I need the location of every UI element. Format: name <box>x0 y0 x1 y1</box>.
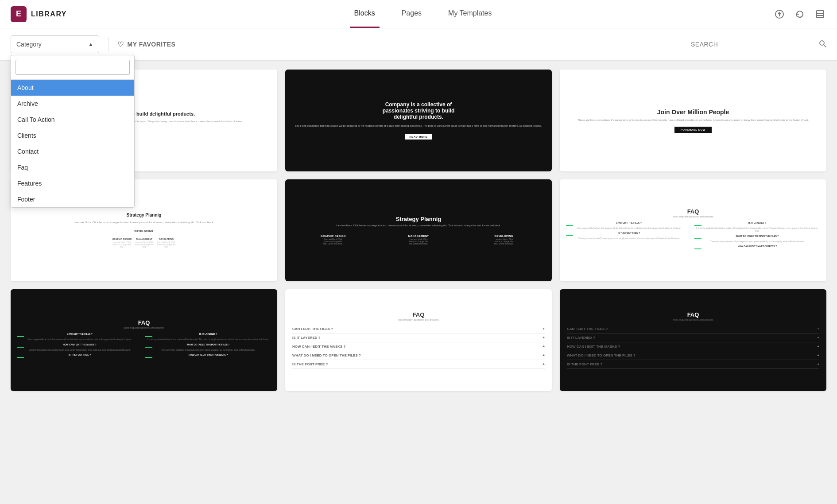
dropdown-panel: About Archive Call To Action Clients Con… <box>11 55 135 208</box>
strategy-col-dev: DEVELOPING I am text block. Clickbutton … <box>463 235 545 245</box>
strategy-dark-title: Strategy Plannig <box>396 216 442 222</box>
dropdown-item-faq[interactable]: Faq <box>11 159 134 175</box>
card-about-dark[interactable]: Company is a collective ofpassionates st… <box>285 70 552 171</box>
strategy-dark-cols: GRAPHIC DESIGN I am text block. Clickbut… <box>292 235 545 245</box>
card-faq-dark[interactable]: FAQ Most frequent questions and answers … <box>11 289 277 391</box>
dropdown-item-contact[interactable]: Contact <box>11 143 134 159</box>
acc-arrow-4: + <box>542 353 545 357</box>
logo-area: E LIBRARY <box>11 6 108 22</box>
card-join[interactable]: Join Over Million People These are fonts… <box>560 70 826 171</box>
faq-dark-a1: It is a long established fact that a rea… <box>17 338 143 341</box>
svg-point-5 <box>820 41 824 45</box>
card-faq-accordion-light[interactable]: FAQ Most frequent questions and answers … <box>285 289 552 391</box>
faq-accordion-light-preview: FAQ Most frequent questions and answers … <box>285 289 552 391</box>
faq-q4: WHAT DO I NEED TO OPEN THE FILES ? <box>694 235 820 237</box>
tab-pages[interactable]: Pages <box>397 0 426 28</box>
join-purchase-btn[interactable]: PURCHASE NOW <box>674 127 712 133</box>
faq-white-preview: FAQ Most frequent questions and answers … <box>560 179 826 281</box>
svg-line-6 <box>824 45 826 47</box>
dropdown-arrow-icon: ▲ <box>88 41 93 47</box>
faq-acc-dark-subtitle: Most frequent questions and answers <box>673 318 713 321</box>
acc-item-1: CAN I EDIT THE FILES ? + <box>292 325 545 333</box>
acc-item-2: IS IT LAYERED ? + <box>292 333 545 342</box>
faq-white-subtitle: Most frequent questions and answers <box>673 215 713 218</box>
faq-dark-a4: There are many variations of passages of… <box>145 349 271 352</box>
faq-dark-col2: IS IT LAYERED ? It is a long established… <box>145 333 271 359</box>
strategy-mini-cols: GRAPHIC DESIGN I am text block. Clickbut… <box>112 238 175 248</box>
dark-acc-q3: HOW CAN I EDIT THE MASKS ? <box>567 345 620 349</box>
faq-dark-subtitle: Most frequent questions and answers <box>124 326 164 329</box>
dark-acc-item-3: HOW CAN I EDIT THE MASKS ? + <box>567 342 819 351</box>
faq-dark-title: FAQ <box>138 319 150 326</box>
dark-acc-item-2: IS IT LAYERED ? + <box>567 333 819 342</box>
acc-arrow-1: + <box>542 327 545 331</box>
acc-item-3: HOW CAN I EDIT THE MASKS ? + <box>292 342 545 351</box>
faq-dark-q6: HOW CAN I EDIT SMART OBJECTS ? <box>145 353 271 356</box>
about-dark-preview: Company is a collective ofpassionates st… <box>285 70 552 171</box>
strategy-body-light: I am text block. Click button to change … <box>74 221 214 224</box>
dropdown-item-footer[interactable]: Footer <box>11 191 134 207</box>
refresh-icon[interactable] <box>794 8 806 20</box>
dropdown-item-about[interactable]: About <box>11 80 134 96</box>
about-dark-title: Company is a collective ofpassionates st… <box>383 101 455 120</box>
upload-icon[interactable] <box>773 8 786 20</box>
dark-acc-q2: IS IT LAYERED ? <box>567 336 595 340</box>
card-faq-white[interactable]: FAQ Most frequent questions and answers … <box>560 179 826 281</box>
about-dark-readmore[interactable]: READ MORE <box>405 134 432 140</box>
strategy-col-mgmt: MANAGEMENT I am text block. Clickbutton … <box>378 235 460 245</box>
faq-dark-row1: CAN I EDIT THE FILES ? It is a long esta… <box>17 333 271 359</box>
toolbar-divider <box>108 37 108 51</box>
search-input[interactable] <box>691 36 815 52</box>
favorites-label: MY FAVORITES <box>128 41 176 48</box>
faq-a1: It is a long established fact that a rea… <box>566 227 692 230</box>
category-trigger[interactable]: Category ▲ <box>11 35 99 53</box>
save-icon[interactable] <box>814 8 826 20</box>
heart-icon: ♡ <box>117 40 124 49</box>
dropdown-item-call-to-action[interactable]: Call To Action <box>11 112 134 128</box>
dark-acc-arrow-4: + <box>817 353 819 357</box>
tab-my-templates[interactable]: My Templates <box>444 0 496 28</box>
about-dark-body: It is a long established fact that a rea… <box>295 124 542 128</box>
dropdown-item-archive[interactable]: Archive <box>11 96 134 112</box>
svg-rect-2 <box>817 11 824 18</box>
dark-acc-item-5: IS THE FONT FREE ? + <box>567 360 819 369</box>
dark-acc-q4: WHAT DO I NEED TO OPEN THE FILES ? <box>567 353 636 357</box>
card-strategy-dark[interactable]: Strategy Plannig I am text block. Click … <box>285 179 552 281</box>
faq-dark-a3: Contrary to popular belief, Lorem Ipsum … <box>17 349 143 352</box>
mini-col-3: DEVELOPING I am text block. Clickbutton … <box>157 238 176 248</box>
acc-q2: IS IT LAYERED ? <box>292 336 321 340</box>
faq-dark-col1: CAN I EDIT THE FILES ? It is a long esta… <box>17 333 143 359</box>
acc-item-4: WHAT DO I NEED TO OPEN THE FILES ? + <box>292 351 545 360</box>
dark-acc-arrow-1: + <box>817 327 819 331</box>
acc-arrow-2: + <box>542 336 545 340</box>
strategy-dark-body: I am text block. Click button to change … <box>336 224 501 228</box>
dropdown-search-input[interactable] <box>16 60 130 75</box>
favorites-button[interactable]: ♡ MY FAVORITES <box>117 40 175 49</box>
dropdown-item-features[interactable]: Features <box>11 175 134 191</box>
acc-arrow-5: + <box>542 362 545 366</box>
strategy-col-graphic: GRAPHIC DESIGN I am text block. Clickbut… <box>292 235 374 245</box>
faq-q5: HOW CAN I EDIT SMART OBJECTS ? <box>694 245 820 248</box>
faq-dark-preview: FAQ Most frequent questions and answers … <box>11 289 277 391</box>
faq-white-row1: CAN I EDIT THE FILES ? It is a long esta… <box>566 221 820 251</box>
dark-acc-q1: CAN I EDIT THE FILES ? <box>567 327 608 331</box>
dropdown-item-clients[interactable]: Clients <box>11 128 134 143</box>
faq-q3: IS THE FONT FREE ? <box>566 232 692 234</box>
header: E LIBRARY Blocks Pages My Templates <box>0 0 837 28</box>
faq-acc-light-subtitle: Most frequent questions and answers <box>398 318 438 321</box>
join-body: These are fonts, sometimes it's paragrap… <box>577 118 809 122</box>
faq-white-col1: CAN I EDIT THE FILES ? It is a long esta… <box>566 221 692 251</box>
faq-dark-q3: HOW CAN I EDIT THE MASKS ? <box>17 343 143 346</box>
tab-blocks[interactable]: Blocks <box>350 0 380 28</box>
mini-col-1: GRAPHIC DESIGN I am text block. Clickbut… <box>112 238 132 248</box>
join-preview: Join Over Million People These are fonts… <box>560 70 826 171</box>
search-icon[interactable] <box>818 39 826 50</box>
card-faq-accordion-dark[interactable]: FAQ Most frequent questions and answers … <box>560 289 826 391</box>
join-title: Join Over Million People <box>657 109 729 116</box>
faq-a2: It is a long established fact that a rea… <box>694 227 820 233</box>
acc-item-5: IS THE FONT FREE ? + <box>292 360 545 369</box>
strategy-dark-preview: Strategy Plannig I am text block. Click … <box>285 179 552 281</box>
dropdown-search-area <box>11 55 134 80</box>
header-actions <box>738 8 826 20</box>
category-dropdown[interactable]: Category ▲ About Archive Call To Action … <box>11 35 99 53</box>
